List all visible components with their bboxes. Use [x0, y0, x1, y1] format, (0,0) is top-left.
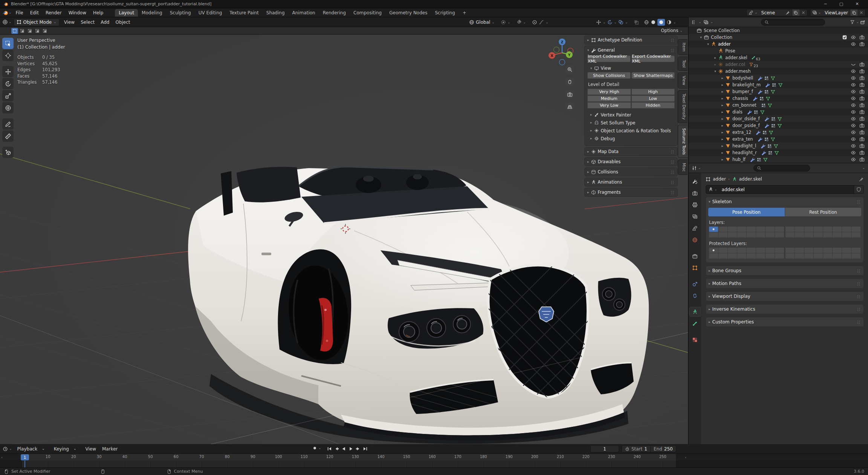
blender-menu-icon[interactable]	[2, 10, 8, 16]
expander-icon[interactable]: ▸	[712, 56, 718, 60]
expander-icon[interactable]: ▸	[720, 103, 725, 107]
cam-toggle-icon[interactable]	[859, 116, 865, 121]
layer-cell[interactable]	[766, 253, 775, 259]
expander-icon[interactable]: ▸	[712, 63, 718, 66]
layer-cell[interactable]	[756, 232, 765, 238]
jump-to-start-button[interactable]	[326, 445, 333, 452]
properties-tab-scene[interactable]	[689, 224, 700, 233]
outliner-row-adder-col[interactable]: ▸adder.col23	[689, 61, 868, 68]
properties-tab-object-data[interactable]	[689, 307, 700, 316]
cam-toggle-icon[interactable]	[859, 150, 865, 155]
drag-grip-icon[interactable]	[670, 190, 675, 195]
cursor-tool[interactable]	[2, 50, 14, 61]
drag-grip-icon[interactable]	[670, 160, 675, 164]
menu-window[interactable]: Window	[65, 9, 90, 17]
menu-render[interactable]: Render	[42, 9, 65, 17]
viewlayer-name[interactable]: ViewLayer	[823, 9, 850, 16]
layer-cell[interactable]	[718, 248, 727, 253]
layer-cell[interactable]	[728, 248, 737, 253]
select-mode-invert[interactable]	[34, 28, 41, 34]
layer-cell[interactable]	[804, 227, 813, 232]
cam-toggle-icon[interactable]	[859, 35, 865, 40]
layer-cell[interactable]	[756, 253, 765, 259]
navigation-gizmo[interactable]: Z X Y	[547, 37, 577, 67]
sidebar-tab-view[interactable]: View	[678, 72, 688, 89]
overlays-toggle-icon[interactable]	[618, 20, 623, 25]
breadcrumb-object[interactable]: adder	[713, 176, 726, 182]
workspace-tab-compositing[interactable]: Compositing	[350, 9, 385, 17]
outliner-row-bumper-f[interactable]: ▸bumper_f	[689, 88, 868, 95]
jump-to-end-button[interactable]	[362, 445, 368, 452]
sidebar-tab-misc[interactable]: Misc	[678, 159, 688, 175]
outliner-row-brakelight-m[interactable]: ▸brakelight_m	[689, 81, 868, 88]
eye-toggle-icon[interactable]	[851, 96, 856, 101]
layer-cell[interactable]	[766, 248, 775, 253]
eye-toggle-icon[interactable]	[851, 130, 856, 135]
remove-viewlayer-icon[interactable]	[859, 11, 863, 15]
layer-cell[interactable]	[775, 232, 784, 238]
cam-toggle-icon[interactable]	[859, 96, 865, 101]
layer-cell[interactable]	[804, 248, 813, 253]
layer-cell[interactable]	[718, 232, 727, 238]
layer-cell[interactable]	[814, 227, 823, 232]
layer-cell[interactable]	[709, 253, 718, 259]
workspace-tab-shading[interactable]: Shading	[263, 9, 289, 17]
select-mode-extend[interactable]	[19, 28, 26, 34]
properties-tab-tool[interactable]	[689, 177, 700, 186]
layer-cell[interactable]	[814, 253, 823, 259]
expander-icon[interactable]: ▾	[698, 35, 704, 39]
drag-grip-icon[interactable]	[670, 48, 675, 53]
timeline-menu-marker[interactable]: Marker	[99, 445, 121, 453]
outliner-row-door-dside-f[interactable]: ▸door_dside_f	[689, 115, 868, 122]
layer-cell[interactable]	[766, 227, 775, 232]
layer-cell[interactable]	[823, 227, 832, 232]
cam-toggle-icon[interactable]	[859, 103, 865, 108]
drag-grip-icon[interactable]	[670, 150, 675, 154]
expander-icon[interactable]: ▸	[720, 90, 725, 93]
outliner-row-chassis[interactable]: ▸chassis	[689, 95, 868, 102]
viewport-canvas[interactable]: User Perspective (1) Collection | adder …	[0, 35, 688, 444]
skeleton-panel-header[interactable]: ▾ Skeleton	[706, 197, 863, 206]
play-button[interactable]	[348, 445, 354, 452]
lod-medium[interactable]: Medium	[587, 95, 631, 102]
expander-icon[interactable]: ▸	[720, 137, 725, 141]
layer-cell[interactable]	[709, 248, 718, 253]
expander-icon[interactable]: ▸	[720, 158, 725, 161]
properties-tab-render[interactable]	[689, 188, 700, 198]
layer-cell[interactable]	[785, 232, 795, 238]
workspace-tab-modeling[interactable]: Modeling	[138, 9, 166, 17]
move-tool[interactable]	[2, 66, 14, 77]
layer-cell[interactable]	[747, 253, 756, 259]
layer-cell[interactable]	[823, 232, 832, 238]
eye-toggle-icon[interactable]	[851, 75, 856, 81]
layer-cell[interactable]	[842, 232, 851, 238]
outliner-row-pose[interactable]: Pose	[689, 48, 868, 54]
play-reverse-button[interactable]	[341, 445, 347, 452]
editor-type-icon[interactable]	[2, 19, 8, 25]
eye-toggle-icon[interactable]	[851, 89, 856, 94]
cam-toggle-icon[interactable]	[859, 69, 865, 74]
workspace-tab-sculpting[interactable]: Sculpting	[166, 9, 195, 17]
drag-grip-icon[interactable]	[856, 320, 861, 325]
outliner-row-hub-lf[interactable]: ▸hub_lf	[689, 156, 868, 163]
close-button[interactable]: ✕	[849, 0, 865, 8]
layer-cell[interactable]	[747, 248, 756, 253]
viewlayer-selector[interactable]: ⌄ ViewLayer	[810, 9, 866, 16]
playhead[interactable]	[24, 461, 25, 467]
eye-toggle-icon[interactable]	[851, 157, 856, 162]
layer-cell[interactable]	[775, 227, 784, 232]
subpanel-view[interactable]: ▾ View	[587, 64, 675, 72]
menu-edit[interactable]: Edit	[27, 9, 42, 17]
pin-icon[interactable]	[785, 11, 790, 15]
show-shattermaps-button[interactable]: Show Shattermaps	[631, 72, 675, 79]
menu-file[interactable]: File	[12, 9, 27, 17]
layer-cell[interactable]	[833, 227, 842, 232]
drag-grip-icon[interactable]	[856, 269, 861, 273]
orientation-selector[interactable]: Global	[476, 20, 490, 25]
expander-icon[interactable]: ▸	[720, 83, 725, 87]
drag-grip-icon[interactable]	[856, 200, 861, 204]
drag-grip-icon[interactable]	[856, 307, 861, 312]
layer-cell[interactable]	[756, 227, 765, 232]
properties-tab-collection[interactable]	[689, 251, 700, 260]
sidebar-tab-sollumz-tools[interactable]: Sollumz Tools	[678, 125, 688, 158]
